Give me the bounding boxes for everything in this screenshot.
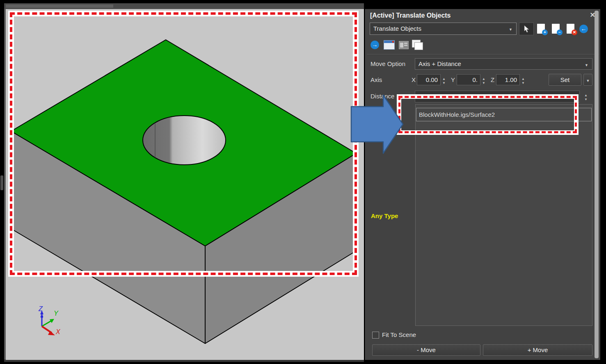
axis-label: Axis [370, 76, 382, 83]
set-button[interactable]: Set [549, 74, 581, 86]
fit-to-scene-checkbox[interactable] [372, 332, 379, 339]
minus-badge-icon: − [557, 30, 563, 35]
axis-x-label: X [55, 328, 61, 335]
form-line-icon [404, 43, 407, 44]
form-line2-icon [404, 45, 407, 46]
fit-to-scene-label: Fit To Scene [382, 331, 416, 338]
window-view-button[interactable] [384, 40, 395, 50]
apply-arrow-button[interactable]: → [370, 41, 379, 49]
window-top-strip [4, 3, 364, 9]
screen: Z Y X [Active] Translate Objects ✕ Trans… [0, 0, 606, 364]
axis-z-label: Z [491, 76, 494, 83]
undo-arrow-button[interactable]: ← [579, 25, 588, 33]
clear-documents-button[interactable]: ✕ [567, 24, 574, 34]
cascade-front-icon [414, 42, 423, 50]
axis-y-input[interactable]: 0. [457, 74, 480, 85]
axis-y-label: Y [451, 76, 455, 83]
cursor-icon [524, 25, 529, 33]
plus-badge-icon: + [542, 30, 548, 35]
select-cursor-button[interactable] [519, 23, 534, 35]
left-arrow-icon: ← [581, 25, 587, 32]
x-badge-icon: ✕ [572, 30, 577, 35]
set-dropdown-button[interactable] [583, 74, 592, 86]
move-option-combo[interactable]: Axis + Distance [415, 58, 592, 70]
separator [367, 54, 599, 55]
panel-title: [Active] Translate Objects [370, 12, 451, 19]
form-view-button[interactable] [399, 41, 409, 49]
axis-y-label: Y [54, 310, 59, 317]
form-icon [400, 43, 403, 48]
axis-z-spinner[interactable] [520, 74, 526, 85]
translate-objects-panel: [Active] Translate Objects ✕ Translate O… [365, 9, 600, 360]
list-item-highlight-dashed-rect [398, 96, 577, 133]
add-document-button[interactable]: + [537, 24, 545, 34]
chevron-down-icon [586, 76, 590, 83]
window-top-tab [6, 5, 113, 8]
splitter-handle[interactable] [0, 175, 3, 190]
axis-triad: Z Y X [38, 305, 61, 335]
minus-move-button[interactable]: - Move [372, 344, 480, 356]
axis-z-label: Z [38, 305, 43, 312]
callout-arrow-icon [348, 91, 405, 155]
command-combo-value: Translate Objects [373, 25, 421, 32]
plus-move-button[interactable]: + Move [483, 344, 592, 356]
cascade-windows-button[interactable] [412, 40, 423, 50]
move-option-value: Axis + Distance [418, 60, 461, 67]
selection-filter-label: Any Type [371, 212, 398, 219]
viewport-highlight-dashed-rect [10, 12, 357, 275]
axis-x-label: X [412, 76, 416, 83]
axis-y-spinner[interactable] [481, 74, 487, 85]
right-arrow-icon: → [372, 41, 378, 48]
move-option-label: Move Option [370, 60, 405, 67]
chevron-down-icon [509, 23, 512, 35]
selection-list[interactable]: BlockWithHole.igs/Surface2 [415, 104, 592, 326]
command-combo[interactable]: Translate Objects [370, 23, 517, 35]
panel-scrollbar[interactable] [595, 11, 599, 358]
axis-x-spinner[interactable] [441, 74, 447, 85]
axis-x-input[interactable]: 0.00 [417, 74, 441, 85]
remove-document-button[interactable]: − [552, 24, 560, 34]
chevron-down-icon [585, 59, 588, 71]
axis-z-input[interactable]: 1.00 [496, 74, 520, 85]
window-close-dot-icon [392, 41, 394, 43]
distance-spinner[interactable] [583, 91, 589, 102]
